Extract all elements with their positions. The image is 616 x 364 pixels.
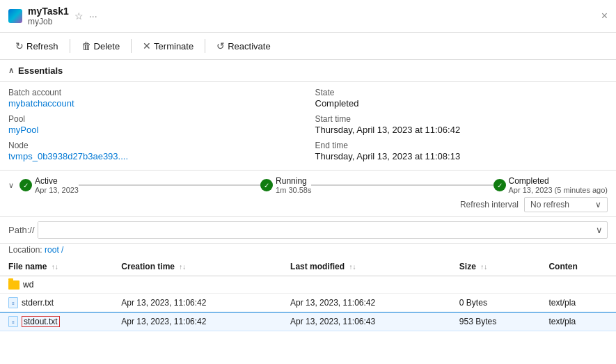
toolbar: ↻ Refresh 🗑 Delete ✕ Terminate ↺ Reactiv… <box>0 33 616 60</box>
refresh-interval-row: Refresh interval No refresh ∨ <box>8 197 608 212</box>
file-name-cell: ≡stderr.txt <box>8 297 104 308</box>
progress-step-active: ✓ Active Apr 13, 2023 <box>19 176 79 194</box>
close-button[interactable]: × <box>601 10 608 22</box>
table-row[interactable]: ≡stdout.txtApr 13, 2023, 11:06:42Apr 13,… <box>0 312 616 331</box>
file-creation: Apr 13, 2023, 11:06:42 <box>113 312 282 331</box>
path-section: Path:// ∨ <box>0 217 616 244</box>
table-row[interactable]: wd <box>0 276 616 294</box>
delete-button[interactable]: 🗑 Delete <box>74 37 127 55</box>
essentials-content: Batch account mybatchaccount State Compl… <box>0 82 616 171</box>
title-bar-main: myTask1 myJob <box>28 6 69 26</box>
sort-filename-icon[interactable]: ↑↓ <box>52 263 58 271</box>
file-size: 0 Bytes <box>451 294 541 312</box>
running-label: Running 1m 30.58s <box>276 176 311 194</box>
table-body: wd≡stderr.txtApr 13, 2023, 11:06:42Apr 1… <box>0 276 616 331</box>
file-name[interactable]: wd <box>23 280 33 290</box>
sort-size-icon[interactable]: ↑↓ <box>480 263 487 271</box>
location-row: Location: root / <box>0 244 616 258</box>
progress-chevron[interactable]: ∨ <box>8 181 14 190</box>
path-input-wrap: ∨ <box>38 221 608 239</box>
essentials-title: Essentials <box>18 65 63 76</box>
reactivate-icon: ↺ <box>216 40 225 52</box>
start-time-label: Start time <box>315 114 608 124</box>
app-icon <box>8 9 22 23</box>
active-check-icon: ✓ <box>19 179 32 191</box>
progress-row: ∨ ✓ Active Apr 13, 2023 ✓ Running 1m 30.… <box>8 176 608 194</box>
table-header: File name ↑↓ Creation time ↑↓ Last modif… <box>0 258 616 276</box>
pool-link[interactable]: myPool <box>8 125 301 135</box>
progress-section: ∨ ✓ Active Apr 13, 2023 ✓ Running 1m 30.… <box>0 171 616 217</box>
file-creation <box>113 276 282 294</box>
progress-line-2 <box>311 184 493 186</box>
end-time-value: Thursday, April 13, 2023 at 11:08:13 <box>315 151 608 161</box>
col-header-modified: Last modified ↑↓ <box>282 258 451 276</box>
essentials-chevron: ∧ <box>8 66 14 75</box>
path-input[interactable] <box>38 222 592 238</box>
essentials-header[interactable]: ∧ Essentials <box>0 60 616 82</box>
completed-check-icon: ✓ <box>493 179 506 191</box>
start-time-field: Start time Thursday, April 13, 2023 at 1… <box>315 114 608 135</box>
toolbar-separator-2 <box>131 39 132 53</box>
file-modified <box>282 276 451 294</box>
toolbar-separator-3 <box>205 39 205 53</box>
sort-modified-icon[interactable]: ↑↓ <box>349 263 356 271</box>
location-path[interactable]: root / <box>45 245 63 255</box>
pool-label: Pool <box>8 114 301 124</box>
path-label: Path:// <box>8 225 35 235</box>
page-subtitle: myJob <box>28 17 69 26</box>
refresh-interval-dropdown[interactable]: No refresh ∨ <box>524 197 608 212</box>
table-row[interactable]: ≡stderr.txtApr 13, 2023, 11:06:42Apr 13,… <box>0 294 616 312</box>
pool-field: Pool myPool <box>8 114 301 135</box>
col-header-filename: File name ↑↓ <box>0 258 113 276</box>
col-header-creation: Creation time ↑↓ <box>113 258 282 276</box>
file-table: File name ↑↓ Creation time ↑↓ Last modif… <box>0 258 616 331</box>
state-label: State <box>315 88 608 97</box>
file-name-cell: ≡stdout.txt <box>8 316 104 327</box>
refresh-interval-value: No refresh <box>530 200 569 209</box>
file-content-type <box>540 276 616 294</box>
reactivate-button[interactable]: ↺ Reactivate <box>210 37 277 55</box>
refresh-icon: ↻ <box>15 40 24 52</box>
running-check-icon: ✓ <box>260 179 273 191</box>
file-modified: Apr 13, 2023, 11:06:43 <box>282 312 451 331</box>
file-size: 953 Bytes <box>451 312 541 331</box>
progress-step-completed: ✓ Completed Apr 13, 2023 (5 minutes ago) <box>493 176 608 194</box>
path-chevron-icon[interactable]: ∨ <box>592 222 607 238</box>
completed-label: Completed Apr 13, 2023 (5 minutes ago) <box>509 176 608 194</box>
file-table-wrap: File name ↑↓ Creation time ↑↓ Last modif… <box>0 258 616 331</box>
refresh-dropdown-chevron: ∨ <box>595 200 601 209</box>
file-size <box>451 276 541 294</box>
location-prefix: Location: <box>8 245 42 255</box>
node-link[interactable]: tvmps_0b3938d27b3ae393.... <box>8 151 301 161</box>
terminate-button[interactable]: ✕ Terminate <box>136 37 200 55</box>
state-value: Completed <box>315 98 608 109</box>
title-bar: myTask1 myJob ☆ ··· × <box>0 0 616 33</box>
progress-step-running: ✓ Running 1m 30.58s <box>260 176 311 194</box>
file-name[interactable]: stdout.txt <box>22 316 60 327</box>
folder-icon <box>8 280 19 290</box>
start-time-value: Thursday, April 13, 2023 at 11:06:42 <box>315 125 608 135</box>
file-name[interactable]: stderr.txt <box>22 298 54 308</box>
node-label: Node <box>8 141 301 150</box>
file-icon: ≡ <box>8 297 18 308</box>
more-icon[interactable]: ··· <box>89 10 97 22</box>
col-header-content: Conten <box>540 258 616 276</box>
progress-line-1 <box>79 184 260 186</box>
active-label: Active Apr 13, 2023 <box>35 176 79 194</box>
batch-account-link[interactable]: mybatchaccount <box>8 98 301 109</box>
file-name-cell: wd <box>8 280 104 290</box>
file-content-type: text/pla <box>540 294 616 312</box>
refresh-interval-label: Refresh interval <box>460 200 519 209</box>
col-header-size: Size ↑↓ <box>451 258 541 276</box>
batch-account-label: Batch account <box>8 88 301 97</box>
file-creation: Apr 13, 2023, 11:06:42 <box>113 294 282 312</box>
state-field: State Completed <box>315 88 608 109</box>
file-modified: Apr 13, 2023, 11:06:42 <box>282 294 451 312</box>
end-time-field: End time Thursday, April 13, 2023 at 11:… <box>315 141 608 161</box>
pin-icon[interactable]: ☆ <box>74 10 84 22</box>
node-field: Node tvmps_0b3938d27b3ae393.... <box>8 141 301 161</box>
page-title: myTask1 <box>28 6 69 17</box>
file-icon: ≡ <box>8 316 18 327</box>
sort-creation-icon[interactable]: ↑↓ <box>179 263 186 271</box>
refresh-button[interactable]: ↻ Refresh <box>8 37 65 55</box>
